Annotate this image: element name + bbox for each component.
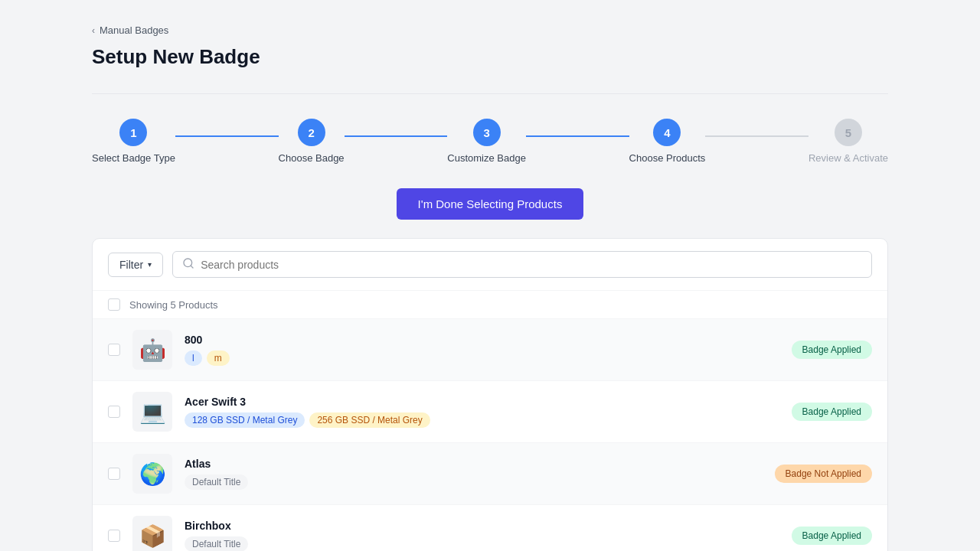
filter-chevron-icon: ▾ xyxy=(148,260,152,269)
filter-bar: Filter ▾ xyxy=(93,239,887,291)
page-title: Setup New Badge xyxy=(92,45,888,69)
product-3-tags: Default Title xyxy=(185,474,763,490)
step-1-label: Select Badge Type xyxy=(92,152,175,164)
product-3-tag-0: Default Title xyxy=(185,474,248,490)
product-1-image: 🤖 xyxy=(132,330,172,370)
step-5-circle: 5 xyxy=(835,119,862,146)
showing-row: Showing 5 Products xyxy=(93,291,887,319)
product-row: 🤖 800 l m Badge Applied xyxy=(93,319,887,381)
search-icon xyxy=(182,257,194,272)
connector-4 xyxy=(705,135,808,137)
search-input[interactable] xyxy=(201,259,862,271)
connector-1 xyxy=(175,135,279,137)
select-all-checkbox[interactable] xyxy=(108,298,120,311)
stepper: 1 Select Badge Type 2 Choose Badge 3 Cus… xyxy=(92,119,888,164)
product-4-checkbox[interactable] xyxy=(108,530,120,542)
showing-count: Showing 5 Products xyxy=(129,299,218,311)
product-3-name: Atlas xyxy=(185,458,763,470)
filter-button[interactable]: Filter ▾ xyxy=(108,253,163,277)
step-2-circle: 2 xyxy=(298,119,325,146)
product-row: 📦 Birchbox Default Title Badge Applied xyxy=(93,505,887,551)
step-5: 5 Review & Activate xyxy=(808,119,888,164)
product-row: 🌍 Atlas Default Title Badge Not Applied xyxy=(93,443,887,505)
product-4-badge-status: Badge Applied xyxy=(792,527,872,545)
product-4-image: 📦 xyxy=(132,516,172,551)
step-3-label: Customize Badge xyxy=(447,152,526,164)
product-4-name: Birchbox xyxy=(185,520,779,532)
product-2-tag-1: 256 GB SSD / Metal Grey xyxy=(309,412,430,428)
product-row: 💻 Acer Swift 3 128 GB SSD / Metal Grey 2… xyxy=(93,381,887,443)
product-3-badge-status: Badge Not Applied xyxy=(775,465,872,483)
connector-2 xyxy=(345,135,448,137)
search-wrapper xyxy=(172,251,872,278)
product-4-tag-0: Default Title xyxy=(185,536,248,551)
done-btn-container: I'm Done Selecting Products xyxy=(92,188,888,220)
step-5-label: Review & Activate xyxy=(808,152,888,164)
step-3-circle: 3 xyxy=(473,119,501,146)
step-2: 2 Choose Badge xyxy=(279,119,345,164)
connector-3 xyxy=(526,135,629,137)
product-3-image: 🌍 xyxy=(132,454,172,494)
product-3-checkbox[interactable] xyxy=(108,468,120,480)
product-4-info: Birchbox Default Title xyxy=(185,520,779,551)
product-1-badge-status: Badge Applied xyxy=(792,341,872,359)
product-1-tag-1: m xyxy=(207,350,230,366)
step-1: 1 Select Badge Type xyxy=(92,119,175,164)
step-4: 4 Choose Products xyxy=(629,119,706,164)
done-selecting-button[interactable]: I'm Done Selecting Products xyxy=(397,188,584,220)
step-4-circle: 4 xyxy=(653,119,681,146)
filter-label: Filter xyxy=(119,259,143,271)
product-1-tags: l m xyxy=(185,350,779,366)
product-4-tags: Default Title xyxy=(185,536,779,551)
svg-line-1 xyxy=(191,266,193,268)
product-3-info: Atlas Default Title xyxy=(185,458,763,490)
product-2-info: Acer Swift 3 128 GB SSD / Metal Grey 256… xyxy=(185,396,779,428)
back-arrow-icon: ‹ xyxy=(92,25,95,36)
product-2-image: 💻 xyxy=(132,392,172,432)
step-2-label: Choose Badge xyxy=(279,152,345,164)
product-2-badge-status: Badge Applied xyxy=(792,403,872,421)
divider xyxy=(92,93,888,94)
step-4-label: Choose Products xyxy=(629,152,706,164)
product-1-checkbox[interactable] xyxy=(108,344,120,356)
step-3: 3 Customize Badge xyxy=(447,119,526,164)
product-2-tags: 128 GB SSD / Metal Grey 256 GB SSD / Met… xyxy=(185,412,779,428)
step-1-circle: 1 xyxy=(119,119,147,146)
product-1-info: 800 l m xyxy=(185,334,779,366)
product-2-tag-0: 128 GB SSD / Metal Grey xyxy=(185,412,305,428)
product-1-tag-0: l xyxy=(185,350,202,366)
product-2-name: Acer Swift 3 xyxy=(185,396,779,408)
breadcrumb[interactable]: ‹ Manual Badges xyxy=(92,24,888,36)
product-1-name: 800 xyxy=(185,334,779,346)
product-2-checkbox[interactable] xyxy=(108,406,120,418)
products-panel: Filter ▾ Showing 5 Products 🤖 xyxy=(92,238,888,551)
breadcrumb-text: Manual Badges xyxy=(100,24,168,36)
